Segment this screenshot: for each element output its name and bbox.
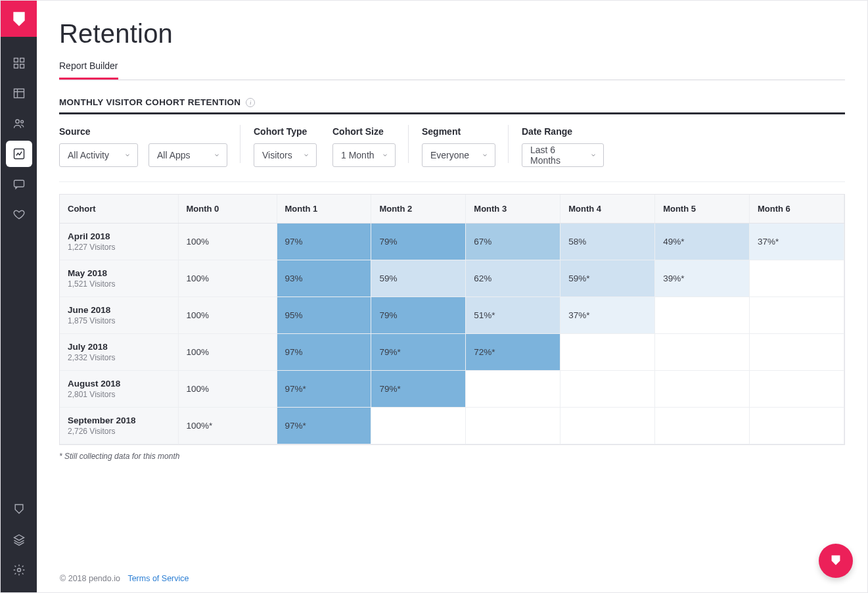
- retention-cell: 97%*: [277, 371, 371, 408]
- svg-point-9: [17, 569, 20, 572]
- svg-rect-4: [14, 89, 24, 97]
- logo[interactable]: [1, 1, 37, 37]
- gear-icon: [12, 563, 26, 577]
- users-icon: [12, 117, 26, 130]
- nav-pendo[interactable]: [6, 496, 32, 523]
- filter-group-source: Source All Activity All Apps: [59, 126, 240, 167]
- cohort-name: July 2018: [68, 342, 170, 352]
- retention-cell: [655, 297, 750, 334]
- select-segment[interactable]: Everyone: [422, 143, 495, 167]
- cohort-cell: September 20182,726 Visitors: [60, 408, 178, 444]
- section-rule: [59, 112, 845, 114]
- filter-group-cohort: Cohort Type Visitors Cohort Size 1 Month: [254, 126, 409, 167]
- retention-cell: 49%*: [655, 224, 750, 260]
- svg-rect-3: [20, 64, 24, 68]
- grid-icon: [12, 57, 26, 70]
- select-value: All Activity: [68, 150, 109, 160]
- table-row: August 20182,801 Visitors100%97%*79%*: [60, 371, 844, 408]
- retention-cell: 37%*: [560, 297, 655, 334]
- help-fab[interactable]: [819, 544, 853, 578]
- retention-cell: 79%*: [371, 371, 466, 408]
- retention-cell: 79%*: [371, 334, 466, 371]
- select-source-activity[interactable]: All Activity: [59, 143, 138, 167]
- cohort-cell: May 20181,521 Visitors: [60, 260, 178, 297]
- nav-trend[interactable]: [6, 141, 32, 167]
- table-footnote: * Still collecting data for this month: [59, 452, 845, 461]
- retention-cell: 97%: [277, 224, 371, 260]
- retention-cell: [750, 334, 844, 371]
- tabs: Report Builder: [59, 57, 845, 80]
- retention-cell: 62%: [466, 260, 560, 297]
- nav-settings[interactable]: [6, 557, 32, 583]
- select-value: Visitors: [262, 150, 292, 160]
- retention-cell: 58%: [560, 224, 655, 260]
- retention-cell: 59%: [371, 260, 466, 297]
- nav-chat[interactable]: [6, 171, 32, 197]
- nav-heart[interactable]: [6, 201, 32, 227]
- retention-cell: [560, 334, 655, 371]
- table-row: July 20182,332 Visitors100%97%79%*72%*: [60, 334, 844, 371]
- info-icon[interactable]: i: [246, 98, 255, 107]
- table-header: Month 1: [277, 195, 371, 224]
- cohort-name: April 2018: [68, 231, 170, 241]
- cohort-cell: July 20182,332 Visitors: [60, 334, 178, 371]
- page-title: Retention: [59, 19, 845, 49]
- filter-label-cohort-type: Cohort Type: [254, 126, 317, 137]
- nav-layers[interactable]: [6, 527, 32, 553]
- retention-cell: 97%: [277, 334, 371, 371]
- chat-icon: [12, 178, 26, 191]
- table-header: Cohort: [60, 195, 178, 224]
- nav-charts[interactable]: [6, 80, 32, 107]
- retention-cell: [750, 297, 844, 334]
- cohort-sub: 2,332 Visitors: [68, 353, 170, 362]
- filter-label-date-range: Date Range: [522, 126, 604, 137]
- table-header: Month 2: [371, 195, 466, 224]
- nav-users[interactable]: [6, 110, 32, 137]
- tab-report-builder[interactable]: Report Builder: [59, 57, 118, 80]
- cohort-sub: 1,875 Visitors: [68, 316, 170, 325]
- table-icon: [12, 87, 26, 100]
- filters: Source All Activity All Apps Cohort Type: [59, 126, 845, 182]
- table-row: June 20181,875 Visitors100%95%79%51%*37%…: [60, 297, 844, 334]
- pendo-icon: [12, 503, 26, 516]
- layers-icon: [12, 533, 26, 546]
- select-cohort-type[interactable]: Visitors: [254, 143, 317, 167]
- footer: © 2018 pendo.io Terms of Service: [60, 574, 189, 583]
- chevron-down-icon: [482, 150, 488, 160]
- table-header: Month 6: [750, 195, 844, 224]
- chevron-down-icon: [214, 150, 220, 160]
- select-value: Last 6 Months: [530, 145, 583, 166]
- select-value: Everyone: [430, 150, 469, 160]
- main: Retention Report Builder MONTHLY VISITOR…: [37, 1, 867, 592]
- pendo-logo-icon: [11, 11, 28, 28]
- table-row: April 20181,227 Visitors100%97%79%67%58%…: [60, 224, 844, 260]
- cohort-name: June 2018: [68, 305, 170, 315]
- select-date-range[interactable]: Last 6 Months: [522, 143, 604, 167]
- cohort-sub: 2,726 Visitors: [68, 427, 170, 436]
- nav-dashboard[interactable]: [6, 50, 32, 76]
- cohort-cell: August 20182,801 Visitors: [60, 371, 178, 408]
- retention-cell: 100%: [178, 297, 277, 334]
- retention-cell: [560, 371, 655, 408]
- select-cohort-size[interactable]: 1 Month: [332, 143, 396, 167]
- retention-cell: 93%: [277, 260, 371, 297]
- retention-cell: 79%: [371, 224, 466, 260]
- retention-cell: 100%: [178, 334, 277, 371]
- select-source-apps[interactable]: All Apps: [148, 143, 227, 167]
- svg-point-6: [20, 120, 23, 123]
- filter-group-segment: Segment Everyone: [422, 126, 509, 167]
- filter-label-cohort-size: Cohort Size: [332, 126, 396, 137]
- retention-cell: 100%: [178, 260, 277, 297]
- table-row: September 20182,726 Visitors100%*97%*: [60, 408, 844, 444]
- chevron-down-icon: [303, 150, 309, 160]
- retention-cell: 100%: [178, 224, 277, 260]
- svg-rect-0: [14, 59, 18, 62]
- select-value: All Apps: [157, 150, 191, 160]
- retention-cell: 79%: [371, 297, 466, 334]
- footer-tos-link[interactable]: Terms of Service: [127, 574, 189, 583]
- retention-cell: [466, 371, 560, 408]
- trend-icon: [12, 147, 26, 160]
- table-row: May 20181,521 Visitors100%93%59%62%59%*3…: [60, 260, 844, 297]
- select-value: 1 Month: [341, 150, 375, 160]
- retention-cell: [655, 408, 750, 444]
